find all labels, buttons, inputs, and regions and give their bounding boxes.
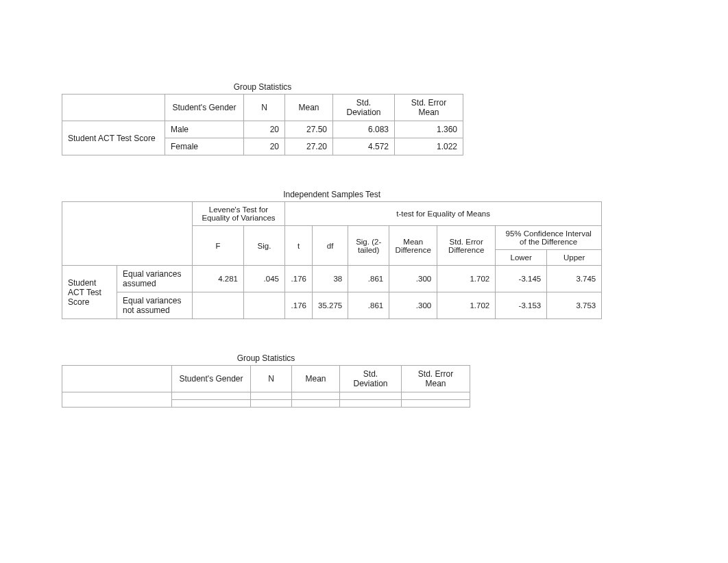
cell-df: 38: [313, 266, 348, 292]
cell-sediff: 1.702: [437, 292, 496, 319]
cell-sediff: 1.702: [437, 266, 496, 292]
header-f: F: [193, 226, 244, 266]
header-row: Student's Gender N Mean Std. Deviation S…: [62, 366, 470, 392]
table-row: [62, 392, 470, 400]
header-ttest: t-test for Equality of Means: [285, 202, 602, 226]
independent-samples-grid: Levene's Test for Equality of Variances …: [62, 201, 602, 319]
group-statistics-table-2: Group Statistics Student's Gender N Mean…: [62, 353, 470, 408]
header-row-1: Levene's Test for Equality of Variances …: [62, 202, 602, 226]
table-title: Group Statistics: [62, 353, 470, 363]
cell-sig: [244, 292, 285, 319]
cell-mean: [292, 392, 340, 400]
header-sd: Std. Deviation: [333, 95, 395, 121]
header-blank: [62, 366, 172, 392]
cell-sd: 6.083: [333, 121, 395, 138]
header-sediff: Std. Error Difference: [437, 226, 496, 266]
cell-lower: -3.145: [496, 266, 547, 292]
row-label: Student ACT Test Score: [62, 266, 117, 319]
cell-sig2: .861: [348, 266, 389, 292]
cell-gender: Male: [165, 121, 244, 138]
header-lower: Lower: [496, 250, 547, 266]
table-row: Student ACT Test Score Male 20 27.50 6.0…: [62, 121, 463, 138]
cell-assume: Equal variances assumed: [117, 266, 193, 292]
cell-n: 20: [244, 138, 285, 155]
cell-t: .176: [285, 292, 313, 319]
header-df: df: [313, 226, 348, 266]
cell-sem: 1.022: [395, 138, 463, 155]
cell-upper: 3.753: [547, 292, 602, 319]
cell-sd: [340, 400, 402, 408]
row-label: Student ACT Test Score: [62, 121, 165, 155]
cell-sem: 1.360: [395, 121, 463, 138]
header-blank: [62, 95, 165, 121]
cell-upper: 3.745: [547, 266, 602, 292]
header-n: N: [244, 95, 285, 121]
header-sig: Sig.: [244, 226, 285, 266]
cell-mdiff: .300: [389, 266, 437, 292]
header-ci: 95% Confidence Interval of the Differenc…: [496, 226, 602, 250]
header-gender: Student's Gender: [172, 366, 251, 392]
cell-sem: [402, 392, 470, 400]
cell-df: 35.275: [313, 292, 348, 319]
cell-mean: [292, 400, 340, 408]
header-sem: Std. Error Mean: [402, 366, 470, 392]
group-statistics-grid-2: Student's Gender N Mean Std. Deviation S…: [62, 365, 470, 408]
cell-n: [251, 392, 292, 400]
cell-assume: Equal variances not assumed: [117, 292, 193, 319]
cell-sem: [402, 400, 470, 408]
cell-t: .176: [285, 266, 313, 292]
cell-mean: 27.20: [285, 138, 333, 155]
cell-f: 4.281: [193, 266, 244, 292]
cell-mean: 27.50: [285, 121, 333, 138]
cell-f: [193, 292, 244, 319]
header-sem: Std. Error Mean: [395, 95, 463, 121]
table-row: Student ACT Test Score Equal variances a…: [62, 266, 602, 292]
header-row: Student's Gender N Mean Std. Deviation S…: [62, 95, 463, 121]
cell-sd: 4.572: [333, 138, 395, 155]
header-mean: Mean: [285, 95, 333, 121]
cell-sd: [340, 392, 402, 400]
header-upper: Upper: [547, 250, 602, 266]
header-blank: [62, 202, 193, 266]
cell-gender: [172, 400, 251, 408]
cell-mdiff: .300: [389, 292, 437, 319]
independent-samples-table: Independent Samples Test Levene's Test f…: [62, 190, 602, 319]
header-n: N: [251, 366, 292, 392]
cell-n: [251, 400, 292, 408]
header-levene: Levene's Test for Equality of Variances: [193, 202, 285, 226]
table-row: Equal variances not assumed .176 35.275 …: [62, 292, 602, 319]
header-sd: Std. Deviation: [340, 366, 402, 392]
cell-lower: -3.153: [496, 292, 547, 319]
header-mean: Mean: [292, 366, 340, 392]
group-statistics-grid-1: Student's Gender N Mean Std. Deviation S…: [62, 94, 463, 155]
header-mdiff: Mean Difference: [389, 226, 437, 266]
table-title: Independent Samples Test: [62, 190, 602, 199]
header-t: t: [285, 226, 313, 266]
cell-sig2: .861: [348, 292, 389, 319]
row-label: [62, 392, 172, 408]
cell-gender: Female: [165, 138, 244, 155]
cell-n: 20: [244, 121, 285, 138]
table-title: Group Statistics: [62, 82, 463, 92]
cell-sig: .045: [244, 266, 285, 292]
header-gender: Student's Gender: [165, 95, 244, 121]
header-sig2: Sig. (2-tailed): [348, 226, 389, 266]
cell-gender: [172, 392, 251, 400]
group-statistics-table-1: Group Statistics Student's Gender N Mean…: [62, 82, 463, 155]
